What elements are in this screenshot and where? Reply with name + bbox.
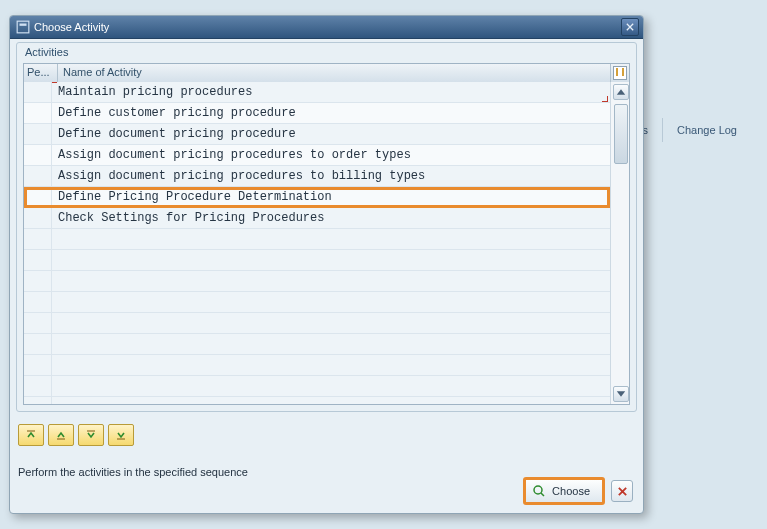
- table-row-empty: [24, 376, 610, 397]
- table-row-empty: [24, 334, 610, 355]
- scroll-thumb[interactable]: [614, 104, 628, 164]
- table-row-empty: [24, 292, 610, 313]
- sequence-toolbar: [18, 424, 637, 446]
- scroll-up-button[interactable]: [613, 84, 629, 100]
- activity-name: Maintain pricing procedures: [52, 82, 610, 102]
- table-settings-button[interactable]: [611, 64, 629, 82]
- table-row-empty: [24, 250, 610, 271]
- svg-rect-1: [20, 24, 27, 26]
- link-change-log[interactable]: Change Log: [662, 118, 751, 142]
- activity-name: Define document pricing procedure: [52, 124, 610, 144]
- table-row[interactable]: Maintain pricing procedures: [24, 82, 610, 103]
- activities-caption: Activities: [17, 43, 636, 61]
- move-down-button[interactable]: [78, 424, 104, 446]
- choose-button[interactable]: Choose: [523, 477, 605, 505]
- col-header-name[interactable]: Name of Activity: [58, 64, 611, 82]
- collapse-all-button[interactable]: [48, 424, 74, 446]
- move-bottom-button[interactable]: [108, 424, 134, 446]
- table-row[interactable]: Assign document pricing procedures to or…: [24, 145, 610, 166]
- choose-activity-dialog: Choose Activity Activities Pe... Name of…: [9, 15, 644, 514]
- table-row-empty: [24, 313, 610, 334]
- table-settings-icon: [613, 66, 627, 80]
- table-row-empty: [24, 397, 610, 404]
- grid-rows: Maintain pricing procedures Define custo…: [24, 82, 610, 404]
- svg-point-2: [534, 486, 542, 494]
- activities-group: Activities Pe... Name of Activity Mainta…: [16, 42, 637, 412]
- activity-name: Assign document pricing procedures to bi…: [52, 166, 610, 186]
- cancel-button[interactable]: [611, 480, 633, 502]
- table-row[interactable]: Check Settings for Pricing Procedures: [24, 208, 610, 229]
- choose-label: Choose: [552, 485, 590, 497]
- dialog-icon: [16, 20, 30, 34]
- dialog-title: Choose Activity: [34, 21, 621, 33]
- dialog-footer-buttons: Choose: [523, 477, 633, 505]
- grid-scrollbar[interactable]: [610, 82, 629, 404]
- activities-grid: Pe... Name of Activity Maintain pricing …: [23, 63, 630, 405]
- choose-icon: [532, 484, 546, 498]
- activity-name: Check Settings for Pricing Procedures: [52, 208, 610, 228]
- activity-name: Define Pricing Procedure Determination: [52, 187, 610, 207]
- table-row-empty: [24, 355, 610, 376]
- table-row-selected[interactable]: Define Pricing Procedure Determination: [24, 187, 610, 208]
- grid-header: Pe... Name of Activity: [24, 64, 629, 83]
- table-row-empty: [24, 271, 610, 292]
- svg-rect-0: [17, 21, 29, 33]
- col-header-perform[interactable]: Pe...: [24, 64, 58, 82]
- table-row[interactable]: Assign document pricing procedures to bi…: [24, 166, 610, 187]
- expand-all-button[interactable]: [18, 424, 44, 446]
- scroll-down-button[interactable]: [613, 386, 629, 402]
- activity-name: Define customer pricing procedure: [52, 103, 610, 123]
- table-row-empty: [24, 229, 610, 250]
- dialog-titlebar: Choose Activity: [10, 16, 643, 39]
- table-row[interactable]: Define customer pricing procedure: [24, 103, 610, 124]
- activity-name: Assign document pricing procedures to or…: [52, 145, 610, 165]
- dialog-close-button[interactable]: [621, 18, 639, 36]
- table-row[interactable]: Define document pricing procedure: [24, 124, 610, 145]
